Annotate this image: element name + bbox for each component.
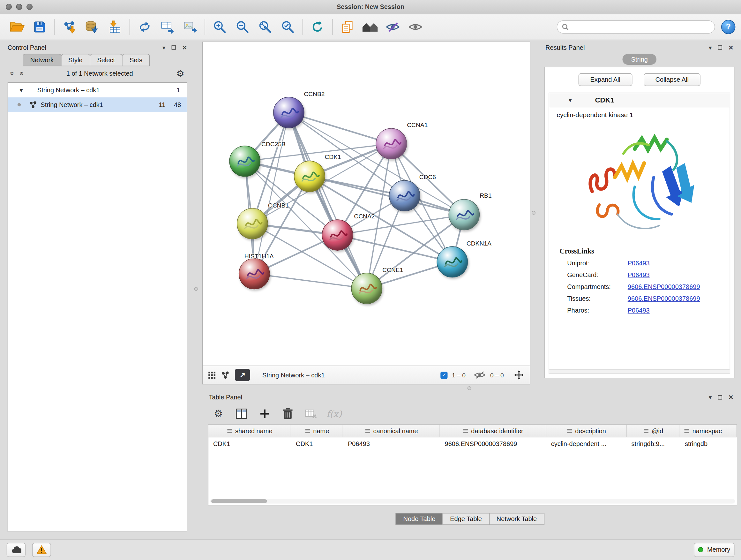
memory-button[interactable]: Memory (694, 543, 734, 557)
zoom-out-button[interactable] (231, 17, 254, 37)
table-horizontal-scrollbar[interactable] (210, 499, 735, 503)
zoom-selected-button[interactable] (276, 17, 299, 37)
network-node-hist1h1a[interactable] (239, 258, 270, 290)
open-in-string-button[interactable]: ↗ (235, 369, 250, 381)
zoom-in-button[interactable] (208, 17, 231, 37)
help-button[interactable]: ? (721, 20, 735, 34)
grid-mode-icon[interactable] (208, 371, 215, 378)
panel-menu-icon[interactable]: ▾ (709, 44, 712, 51)
delete-column-button[interactable] (278, 405, 297, 422)
birds-eye-view-icon[interactable] (221, 371, 229, 379)
network-node-cdkn1a[interactable] (436, 246, 468, 278)
zoom-window-button[interactable] (26, 4, 32, 10)
show-hidden-button[interactable] (404, 17, 427, 37)
network-node-ccne1[interactable] (351, 273, 382, 304)
show-all-networks-button[interactable] (359, 17, 381, 37)
save-session-button[interactable] (28, 17, 51, 37)
crosslink-value-link[interactable]: P06493 (628, 307, 650, 314)
column-header-canonical-name[interactable]: canonical name (343, 425, 440, 437)
search-field[interactable] (557, 20, 715, 34)
table-tab-node-table[interactable]: Node Table (396, 513, 443, 525)
column-header-name[interactable]: name (291, 425, 343, 437)
import-table-from-file-button[interactable] (104, 17, 126, 37)
panel-close-icon[interactable]: ✕ (728, 394, 733, 401)
crosslink-value-link[interactable]: P06493 (628, 260, 650, 266)
panel-float-icon[interactable] (718, 395, 722, 399)
table-settings-button[interactable]: ⚙ (209, 405, 228, 422)
selected-checkbox-icon[interactable]: ✓ (441, 371, 448, 378)
minimize-window-button[interactable] (16, 4, 22, 10)
table-row[interactable]: CDK1CDK1P064939606.ENSP00000378699cyclin… (208, 437, 737, 450)
protein-section-header[interactable]: ▼ CDK1 (549, 93, 730, 107)
splitter-handle[interactable] (468, 386, 471, 390)
refresh-icon (311, 20, 324, 34)
panel-close-icon[interactable]: ✕ (728, 44, 733, 51)
crosslink-value-link[interactable]: 9606.ENSP00000378699 (628, 295, 700, 302)
network-edge[interactable] (254, 112, 289, 273)
import-network-from-file-button[interactable] (58, 17, 81, 37)
apply-layout-button[interactable] (307, 17, 329, 37)
network-node-cdc6[interactable] (389, 180, 420, 211)
warnings-button[interactable] (32, 543, 51, 557)
table-tab-network-table[interactable]: Network Table (489, 513, 544, 525)
results-scrollbar[interactable] (549, 369, 730, 374)
table-tab-edge-table[interactable]: Edge Table (443, 513, 489, 525)
hide-selected-button[interactable] (381, 17, 404, 37)
panel-close-icon[interactable]: ✕ (182, 44, 187, 51)
open-session-button[interactable] (6, 17, 28, 37)
new-network-from-selection-button[interactable] (133, 17, 156, 37)
search-input[interactable] (572, 23, 710, 30)
export-table-button[interactable] (156, 17, 179, 37)
column-header--id[interactable]: @id (627, 425, 680, 437)
network-node-cdc25b[interactable] (229, 145, 260, 177)
tree-expand-icon[interactable]: ▼ (18, 87, 24, 94)
cloud-status-button[interactable] (7, 543, 25, 557)
copy-document-button[interactable] (336, 17, 359, 37)
network-node-cdk1[interactable] (294, 161, 325, 192)
collapse-all-networks-icon[interactable]: » (8, 71, 16, 75)
network-node-ccna2[interactable] (322, 219, 353, 251)
panel-float-icon[interactable] (718, 45, 722, 49)
pan-crosshair-icon[interactable] (514, 370, 524, 380)
column-header-shared-name[interactable]: shared name (208, 425, 291, 437)
tab-select[interactable]: Select (90, 54, 123, 66)
splitter-handle[interactable] (532, 211, 536, 215)
network-collection-row[interactable]: ▼ String Network – cdk1 1 (8, 83, 187, 98)
tab-string[interactable]: String (623, 54, 657, 65)
network-edge[interactable] (289, 112, 367, 288)
splitter-handle[interactable] (194, 287, 198, 291)
tab-style[interactable]: Style (61, 54, 90, 66)
tab-network[interactable]: Network (23, 54, 61, 66)
export-image-button[interactable] (179, 17, 201, 37)
column-header-description[interactable]: description (546, 425, 627, 437)
expand-all-networks-icon[interactable]: » (17, 71, 25, 75)
network-row-selected[interactable]: String Network – cdk1 11 48 (8, 98, 187, 112)
import-network-from-database-button[interactable] (81, 17, 104, 37)
panel-menu-icon[interactable]: ▾ (162, 44, 165, 51)
section-collapse-icon[interactable]: ▼ (567, 97, 573, 104)
show-columns-button[interactable] (232, 405, 251, 422)
network-canvas[interactable]: CCNB2CCNA1CDC25BCDK1CDC6RB1CCNB1CCNA2CDK… (203, 42, 530, 366)
zoom-fit-button[interactable] (254, 17, 276, 37)
create-column-button[interactable] (255, 405, 274, 422)
collapse-all-button[interactable]: Collapse All (644, 73, 701, 86)
network-node-rb1[interactable] (448, 199, 480, 231)
toolbar-separator (54, 19, 55, 35)
expand-all-button[interactable]: Expand All (578, 73, 632, 86)
scrollbar-thumb[interactable] (211, 499, 267, 503)
panel-float-icon[interactable] (172, 45, 176, 49)
crosslink-value-link[interactable]: 9606.ENSP00000378699 (628, 283, 700, 290)
close-window-button[interactable] (6, 4, 12, 10)
network-node-ccnb1[interactable] (237, 208, 268, 240)
network-node-ccna1[interactable] (376, 128, 407, 159)
network-node-ccnb2[interactable] (273, 97, 305, 128)
crosslink-value-link[interactable]: P06493 (628, 271, 650, 278)
import-network-icon (62, 20, 76, 34)
column-header-namespac[interactable]: namespac (680, 425, 737, 437)
network-edge[interactable] (310, 176, 464, 214)
panel-menu-icon[interactable]: ▾ (709, 394, 712, 401)
network-options-gear-icon[interactable]: ⚙ (176, 68, 184, 79)
column-header-database-identifier[interactable]: database identifier (440, 425, 546, 437)
network-edge[interactable] (254, 273, 367, 288)
tab-sets[interactable]: Sets (122, 54, 150, 66)
